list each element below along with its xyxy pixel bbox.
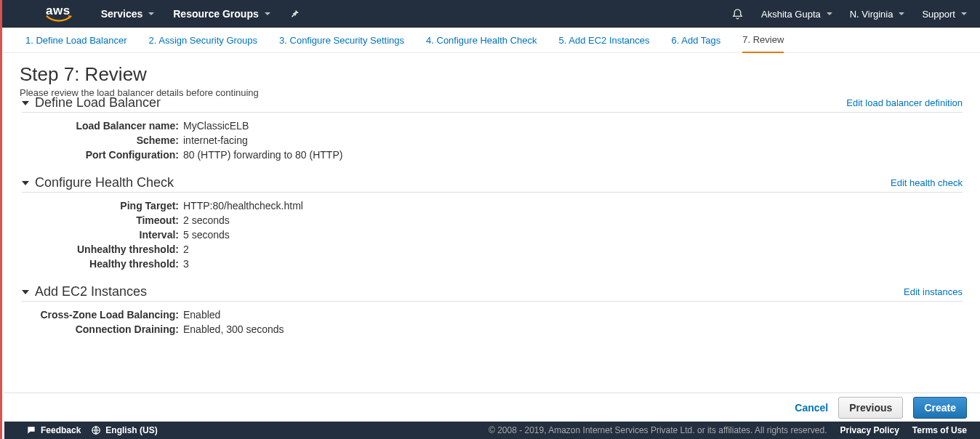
caret-down-icon	[899, 12, 904, 15]
kv-row: Load Balancer name: MyClassicELB	[22, 118, 963, 133]
kv-value: 80 (HTTP) forwarding to 80 (HTTP)	[183, 149, 342, 161]
nav-region[interactable]: N. Virginia	[850, 9, 905, 20]
kv-value: 5 seconds	[183, 229, 230, 241]
action-bar: Cancel Previous Create	[4, 392, 980, 422]
bell-icon[interactable]	[731, 8, 744, 20]
disclosure-triangle-icon[interactable]	[22, 290, 29, 294]
nav-services[interactable]: Services	[101, 8, 155, 20]
previous-button[interactable]: Previous	[838, 397, 903, 419]
nav-right: Akshita Gupta N. Virginia Support	[731, 8, 967, 20]
kv-value: 3	[183, 258, 189, 270]
kv-label: Timeout:	[22, 214, 183, 226]
feedback-label: Feedback	[41, 425, 81, 435]
edit-instances-link[interactable]: Edit instances	[904, 286, 963, 297]
kv-value: HTTP:80/healthcheck.html	[183, 200, 303, 212]
kv-row: Cross-Zone Load Balancing: Enabled	[22, 307, 963, 322]
wizard-steps: 1. Define Load Balancer 2. Assign Securi…	[2, 28, 980, 53]
kv-label: Connection Draining:	[22, 323, 183, 335]
nav-resource-groups-label: Resource Groups	[173, 8, 258, 20]
kv-value: 2 seconds	[183, 214, 230, 226]
kv-row: Timeout: 2 seconds	[22, 213, 963, 227]
nav-user[interactable]: Akshita Gupta	[761, 9, 832, 20]
pin-icon[interactable]	[289, 9, 300, 19]
nav-support-label: Support	[922, 9, 955, 20]
kv-value: 2	[183, 243, 189, 255]
privacy-policy-link[interactable]: Privacy Policy	[840, 425, 899, 435]
caret-down-icon	[961, 12, 967, 15]
caret-down-icon	[265, 12, 270, 15]
footer-left: Feedback English (US)	[26, 425, 158, 435]
section-header: Configure Health Check Edit health check	[22, 175, 963, 193]
nav-left: Services Resource Groups	[101, 8, 300, 20]
kv-label: Unhealthy threshold:	[22, 243, 183, 255]
section-title: Define Load Balancer	[35, 95, 161, 110]
disclosure-triangle-icon[interactable]	[22, 101, 29, 105]
wizard-step-6[interactable]: 6. Add Tags	[672, 28, 721, 52]
nav-support[interactable]: Support	[922, 9, 967, 20]
create-button[interactable]: Create	[913, 397, 967, 419]
feedback-link[interactable]: Feedback	[26, 425, 81, 435]
wizard-step-5[interactable]: 5. Add EC2 Instances	[559, 28, 650, 52]
review-content[interactable]: Define Load Balancer Edit load balancer …	[4, 82, 980, 392]
caret-down-icon	[148, 12, 154, 15]
kv-label: Cross-Zone Load Balancing:	[22, 309, 183, 321]
kv-value: MyClassicELB	[183, 120, 249, 132]
section-health-check: Configure Health Check Edit health check…	[22, 175, 963, 271]
kv-row: Healthy threshold: 3	[22, 257, 963, 271]
section-header: Define Load Balancer Edit load balancer …	[22, 95, 963, 113]
cancel-button[interactable]: Cancel	[795, 402, 828, 414]
kv-label: Scheme:	[22, 134, 183, 146]
kv-row: Port Configuration: 80 (HTTP) forwarding…	[22, 148, 963, 162]
section-define-lb: Define Load Balancer Edit load balancer …	[22, 95, 963, 162]
wizard-step-7[interactable]: 7. Review	[742, 28, 784, 53]
section-title: Configure Health Check	[35, 175, 174, 190]
kv-label: Ping Target:	[22, 200, 183, 212]
kv-row: Unhealthy threshold: 2	[22, 242, 963, 257]
wizard-step-1[interactable]: 1. Define Load Balancer	[25, 28, 126, 52]
language-selector[interactable]: English (US)	[91, 425, 157, 435]
terms-of-use-link[interactable]: Terms of Use	[912, 425, 967, 435]
disclosure-triangle-icon[interactable]	[22, 181, 29, 185]
aws-logo[interactable]: aws	[46, 4, 71, 18]
caret-down-icon	[827, 12, 832, 15]
wizard-step-2[interactable]: 2. Assign Security Groups	[148, 28, 257, 52]
section-title: Add EC2 Instances	[35, 284, 147, 299]
kv-label: Healthy threshold:	[22, 258, 183, 270]
kv-value: Enabled, 300 seconds	[183, 323, 284, 335]
kv-row: Interval: 5 seconds	[22, 227, 963, 242]
footer-right: © 2008 - 2019, Amazon Internet Services …	[489, 425, 967, 435]
kv-value: Enabled	[183, 309, 220, 321]
footer: Feedback English (US) © 2008 - 2019, Ama…	[4, 422, 980, 439]
section-ec2-instances: Add EC2 Instances Edit instances Cross-Z…	[22, 284, 963, 337]
speech-bubble-icon	[26, 425, 36, 435]
kv-row: Scheme: internet-facing	[22, 133, 963, 148]
globe-icon	[91, 425, 101, 435]
nav-resource-groups[interactable]: Resource Groups	[173, 8, 270, 20]
wizard-step-3[interactable]: 3. Configure Security Settings	[279, 28, 404, 52]
kv-label: Load Balancer name:	[22, 120, 183, 132]
edit-lb-definition-link[interactable]: Edit load balancer definition	[846, 97, 963, 108]
kv-label: Port Configuration:	[22, 149, 183, 161]
kv-label: Interval:	[22, 229, 183, 241]
kv-value: internet-facing	[183, 134, 248, 146]
edit-health-check-link[interactable]: Edit health check	[891, 177, 963, 188]
aws-swoosh-icon	[46, 15, 72, 23]
language-label: English (US)	[105, 425, 157, 435]
footer-copyright: © 2008 - 2019, Amazon Internet Services …	[489, 425, 827, 435]
nav-region-label: N. Virginia	[850, 9, 893, 20]
nav-services-label: Services	[101, 8, 143, 20]
nav-user-label: Akshita Gupta	[761, 9, 821, 20]
kv-row: Ping Target: HTTP:80/healthcheck.html	[22, 198, 963, 213]
wizard-step-4[interactable]: 4. Configure Health Check	[426, 28, 537, 52]
top-nav: aws Services Resource Groups Akshita Gup…	[2, 0, 980, 28]
section-header: Add EC2 Instances Edit instances	[22, 284, 963, 302]
kv-row: Connection Draining: Enabled, 300 second…	[22, 322, 963, 337]
